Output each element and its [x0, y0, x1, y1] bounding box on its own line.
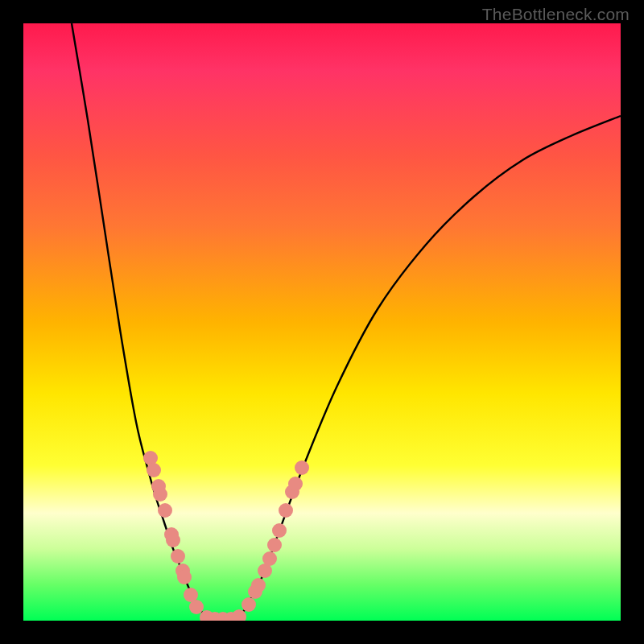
- data-marker: [272, 523, 287, 538]
- data-marker: [232, 609, 246, 621]
- data-marker: [175, 564, 190, 578]
- data-marker: [295, 460, 309, 475]
- data-marker: [147, 463, 161, 477]
- data-marker: [242, 597, 256, 612]
- bottleneck-curve: [72, 23, 621, 620]
- data-marker: [279, 503, 293, 518]
- data-marker: [151, 479, 166, 493]
- marker-group: [143, 451, 309, 621]
- watermark-text: TheBottleneck.com: [482, 5, 630, 24]
- data-marker: [158, 503, 172, 518]
- data-marker: [224, 612, 238, 621]
- data-marker: [171, 549, 185, 564]
- data-marker: [258, 564, 272, 578]
- data-marker: [248, 584, 262, 599]
- data-marker: [208, 612, 222, 621]
- data-marker: [164, 527, 179, 542]
- data-marker: [288, 477, 303, 491]
- data-marker: [200, 610, 214, 621]
- data-marker: [153, 487, 167, 502]
- data-marker: [267, 538, 282, 552]
- plot-area: [23, 23, 621, 621]
- data-marker: [285, 485, 299, 499]
- curve-svg: [23, 23, 621, 621]
- data-marker: [262, 551, 277, 566]
- data-marker: [143, 451, 158, 465]
- data-marker: [216, 612, 230, 621]
- data-marker: [166, 533, 180, 547]
- data-marker: [251, 578, 266, 592]
- data-marker: [184, 588, 198, 602]
- chart-frame: TheBottleneck.com: [0, 0, 644, 644]
- data-marker: [189, 600, 204, 614]
- data-marker: [177, 570, 192, 584]
